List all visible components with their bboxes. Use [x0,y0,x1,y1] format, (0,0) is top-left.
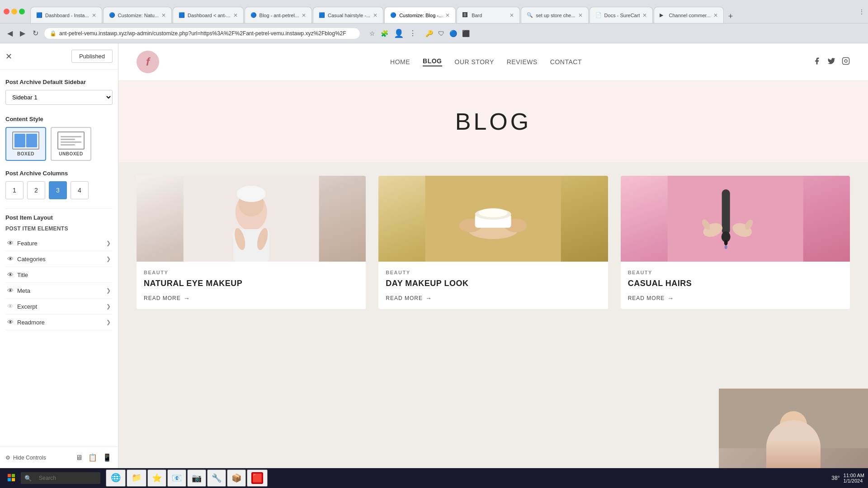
tab-close-7[interactable]: ✕ [578,12,583,19]
post-archive-sidebar-title: Post Archive Default Sidebar [5,79,113,85]
element-feature-left: 👁 Feature [7,239,38,247]
column-btn-3[interactable]: 3 [49,181,67,199]
nav-contact[interactable]: CONTACT [550,58,582,66]
tab-close-8[interactable]: ✕ [642,12,647,19]
eye-categories-icon[interactable]: 👁 [7,255,14,263]
sidebar-header: ✕ Published [0,43,118,70]
browser-tab-6[interactable]: 🅱 Bard ✕ [457,7,520,23]
tablet-view-button[interactable]: 📋 [87,452,98,463]
published-button[interactable]: Published [71,50,113,63]
taskbar-app6[interactable]: 📦 [227,469,246,487]
instagram-icon[interactable] [842,57,850,67]
svg-rect-29 [12,478,15,481]
ext-icon-4[interactable]: ⬛ [460,28,472,39]
window-close[interactable] [4,9,9,14]
tab-close-4[interactable]: ✕ [373,12,377,19]
column-btn-2[interactable]: 2 [27,181,45,199]
svg-rect-18 [722,189,730,235]
window-minimize[interactable] [11,9,17,14]
eye-meta-icon[interactable]: 👁 [7,287,14,294]
eye-feature-icon[interactable]: 👁 [7,239,14,247]
blog-grid: BEAUTY NATURAL EYE MAKEUP READ MORE → [137,176,850,309]
read-more-label-1: READ MORE [386,295,423,301]
element-feature[interactable]: 👁 Feature ❯ [5,235,113,251]
taskbar-app4[interactable]: 📷 [187,469,206,487]
browser-tab-5[interactable]: 🔵 Customize: Blog -... ✕ [384,7,456,23]
element-title[interactable]: 👁 Title [5,267,113,283]
sidebar-select[interactable]: Sidebar 1 Sidebar 2 [5,90,113,105]
card-category-2: BEAUTY [628,270,843,275]
taskbar-chrome[interactable]: 🌐 [106,469,126,487]
column-btn-4[interactable]: 4 [71,181,89,199]
browser-tab-1[interactable]: 🔵 Customize: Natu... ✕ [103,7,172,23]
tab-close-5[interactable]: ✕ [445,12,450,19]
facebook-icon[interactable] [813,57,821,67]
read-more-1[interactable]: READ MORE → [386,295,600,302]
element-readmore[interactable]: 👁 Readmore ❯ [5,314,113,330]
tab-close-1[interactable]: ✕ [161,12,166,19]
menu-button[interactable]: ⋮ [407,27,418,40]
back-button[interactable]: ◀ [5,27,14,39]
forward-button[interactable]: ▶ [18,27,27,39]
url-bar[interactable]: 🔒 ant-petrel-vemu.instawp.xyz/wp-admin/c… [44,28,360,39]
new-tab-button[interactable]: + [725,10,737,23]
taskbar-app3[interactable]: 📧 [167,469,186,487]
tab-close-0[interactable]: ✕ [92,12,96,19]
hide-controls-icon: ⚙ [5,455,10,461]
ext-icon-1[interactable]: 🔑 [424,28,435,39]
tab-close-2[interactable]: ✕ [233,12,238,19]
taskbar-app5[interactable]: 🔧 [207,469,226,487]
browser-tab-7[interactable]: 🔍 set up store che... ✕ [521,7,588,23]
bookmark-button[interactable]: ☆ [368,27,377,40]
start-button[interactable] [4,472,19,485]
nav-home[interactable]: HOME [390,58,410,66]
tab-close-6[interactable]: ✕ [509,12,514,19]
card-body-2: BEAUTY CASUAL HAIRS READ MORE → [621,262,850,309]
element-readmore-label: Readmore [17,319,45,326]
profile-button[interactable]: 👤 [392,27,406,40]
twitter-icon[interactable] [827,57,835,67]
nav-our-story[interactable]: OUR STORY [455,58,494,66]
taskbar-edge[interactable]: ⭐ [147,469,166,487]
browser-tab-3[interactable]: 🔵 Blog - ant-petrel... ✕ [245,7,312,23]
column-btn-1[interactable]: 1 [5,181,24,199]
eye-readmore-icon[interactable]: 👁 [7,319,14,326]
read-more-arrow-0: → [184,295,190,302]
browser-tab-2[interactable]: 🟦 Dashboard < ant-... ✕ [173,7,243,23]
close-button[interactable]: ✕ [5,52,12,61]
browser-extension-area: ⋮ [859,9,864,15]
browser-tab-4[interactable]: 🟦 Casual hairstyle -... ✕ [313,7,383,23]
unboxed-style-option[interactable]: UNBOXED [51,127,91,161]
read-more-arrow-1: → [425,295,432,302]
tab-close-9[interactable]: ✕ [713,12,718,19]
ext-icon-2[interactable]: 🛡 [436,28,446,39]
browser-tab-8[interactable]: 📄 Docs - SureCart ✕ [590,7,653,23]
taskbar-search-input[interactable] [33,473,97,483]
reload-button[interactable]: ↻ [31,27,40,39]
desktop-view-button[interactable]: 🖥 [75,452,84,463]
eye-excerpt-icon[interactable]: 👁 [7,303,14,310]
element-excerpt[interactable]: 👁 Excerpt ❯ [5,299,113,314]
browser-tab-9[interactable]: ▶ Channel commer... ✕ [654,7,723,23]
mobile-view-button[interactable]: 📱 [102,452,113,463]
tab-list: 🟦 Dashboard - Insta... ✕ 🔵 Customize: Na… [30,0,854,23]
extensions-button[interactable]: 🧩 [379,27,390,40]
nav-reviews[interactable]: REVIEWS [507,58,538,66]
element-meta[interactable]: 👁 Meta ❯ [5,283,113,299]
read-more-2[interactable]: READ MORE → [628,295,843,302]
browser-tab-0[interactable]: 🟦 Dashboard - Insta... ✕ [30,7,102,23]
ext-icon-3[interactable]: 🔵 [448,28,459,39]
boxed-style-option[interactable]: BOXED [5,127,46,161]
nav-blog[interactable]: BLOG [423,57,442,66]
taskbar-app7[interactable]: 🟥 [247,469,268,487]
eye-title-icon[interactable]: 👁 [7,271,14,278]
taskbar-explorer[interactable]: 📁 [127,469,146,487]
element-readmore-left: 👁 Readmore [7,319,45,326]
hide-controls-button[interactable]: ⚙ Hide Controls [5,455,46,461]
tab-close-3[interactable]: ✕ [302,12,306,19]
tab-favicon-5: 🔵 [390,12,396,19]
element-categories[interactable]: 👁 Categories ❯ [5,251,113,267]
tab-favicon-2: 🟦 [179,12,185,19]
window-maximize[interactable] [19,9,25,14]
read-more-0[interactable]: READ MORE → [144,295,359,302]
